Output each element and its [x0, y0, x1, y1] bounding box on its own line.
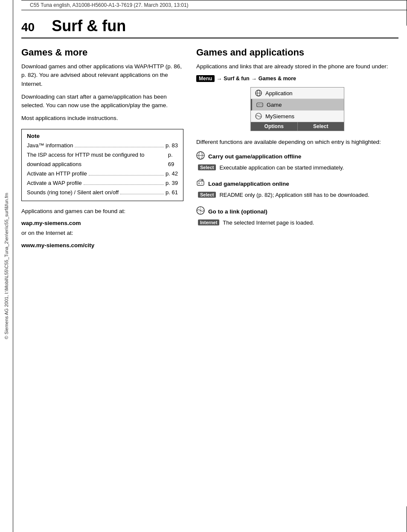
feature-online-header: Load game/application online: [196, 178, 398, 189]
note-label-1: Java™ information: [27, 141, 73, 150]
menu-badge: Menu: [196, 75, 215, 82]
feature-online: Load game/application online Select READ…: [196, 178, 398, 199]
select-button[interactable]: Select: [298, 122, 344, 131]
feature-link-badge: Internet: [198, 219, 219, 225]
or-text: or on the Internet at:: [21, 229, 183, 237]
note-page-4: p. 39: [166, 178, 178, 188]
feature-offline-badge: Select: [198, 164, 216, 170]
note-label-3: Activate an HTTP profile: [27, 169, 87, 178]
page-number: 40: [21, 20, 35, 34]
feature-online-body: Select README only (p. 82); Application …: [198, 191, 398, 199]
apps-text: Applications and games can be found at:: [21, 207, 183, 216]
online-icon: [196, 178, 205, 189]
application-icon: [254, 89, 263, 97]
feature-offline-title: Carry out game/application offline: [208, 153, 301, 160]
note-row-2: The ISP access for HTTP must be configur…: [27, 150, 178, 169]
left-section-heading: Games & more: [21, 47, 183, 58]
note-page-1: p. 83: [166, 141, 178, 150]
feature-link-desc: The selected Internet page is loaded.: [223, 219, 314, 227]
columns: Games & more Download games and other ap…: [21, 47, 398, 248]
phone-ui-row-mysiemens: MySiemens: [251, 111, 344, 122]
left-decorative-line: [13, 0, 21, 532]
link1: wap.my-siemens.com: [21, 220, 183, 226]
svg-rect-11: [197, 181, 204, 185]
offline-icon: [196, 151, 205, 162]
game-icon: [256, 100, 264, 109]
feature-link-body: Internet The selected Internet page is l…: [198, 219, 398, 227]
feature-link: Go to a link (optional) Internet The sel…: [196, 206, 398, 227]
header-text: C55 Tuna english, A31008-H5600-A1-3-7619…: [30, 2, 189, 8]
left-para-1: Download games and other applications vi…: [21, 62, 183, 88]
link-icon: [196, 206, 205, 217]
note-title: Note: [27, 133, 178, 139]
page-wrapper: © Siemens AG 2001, I:\Mobil\L55\C55_Tuna…: [0, 0, 407, 532]
feature-online-desc: README only (p. 82); Application still h…: [219, 191, 369, 199]
note-label-5: Sounds (ring tone) / Silent alert on/off: [27, 188, 119, 197]
feature-offline: Carry out game/application offline Selec…: [196, 151, 398, 172]
menu-item-2: Games & more: [259, 76, 296, 82]
game-label: Game: [267, 102, 282, 108]
svg-rect-3: [257, 103, 263, 107]
feature-offline-header: Carry out game/application offline: [196, 151, 398, 162]
page-title: Surf & fun: [52, 17, 126, 35]
menu-item-1: Surf & fun: [224, 76, 249, 82]
svg-point-6: [261, 105, 262, 105]
phone-ui-buttons: Options Select: [251, 122, 344, 131]
main-content: 40 Surf & fun Games & more Download game…: [21, 17, 398, 523]
phone-ui-row-game: Game: [251, 99, 344, 111]
note-page-2: p. 69: [168, 150, 178, 169]
note-row-3: Activate an HTTP profile p. 42: [27, 169, 178, 178]
feature-offline-body: Select Executable application can be sta…: [198, 164, 398, 172]
right-section-heading: Games and applications: [196, 47, 398, 58]
note-row-4: Activate a WAP profile p. 39: [27, 178, 178, 188]
feature-link-header: Go to a link (optional): [196, 206, 398, 217]
application-label: Application: [265, 90, 293, 96]
mysiemens-icon: [254, 112, 263, 120]
note-label-2: The ISP access for HTTP must be configur…: [27, 150, 166, 169]
feature-link-title: Go to a link (optional): [208, 208, 267, 215]
page-title-row: 40 Surf & fun: [21, 17, 398, 38]
feature-online-badge: Select: [198, 192, 216, 198]
sidebar-text: © Siemens AG 2001, I:\Mobil\L55\C55_Tuna…: [0, 0, 13, 532]
different-text: Different functions are available depend…: [196, 138, 398, 146]
phone-ui-row-application: Application: [251, 88, 344, 99]
phone-ui-mockup: Application Game: [250, 87, 344, 131]
feature-offline-desc: Executable application can be started im…: [219, 164, 344, 172]
note-row-1: Java™ information p. 83: [27, 141, 178, 150]
header-bar: C55 Tuna english, A31008-H5600-A1-3-7619…: [21, 0, 407, 10]
options-button[interactable]: Options: [251, 122, 298, 131]
note-box: Note Java™ information p. 83 The ISP acc…: [21, 129, 183, 202]
right-intro: Applications and links that are already …: [196, 62, 398, 71]
left-para-3: Most applications include instructions.: [21, 114, 183, 123]
left-para-2: Downloading can start after a game/appli…: [21, 93, 183, 110]
feature-online-title: Load game/application online: [208, 181, 289, 187]
svg-point-14: [201, 183, 202, 184]
svg-point-15: [202, 180, 203, 181]
note-row-5: Sounds (ring tone) / Silent alert on/off…: [27, 188, 178, 197]
note-label-4: Activate a WAP profile: [27, 178, 82, 188]
note-page-5: p. 61: [166, 188, 178, 197]
left-column: Games & more Download games and other ap…: [21, 47, 183, 248]
link2: www.my-siemens.com/city: [21, 242, 183, 248]
right-column: Games and applications Applications and …: [196, 47, 398, 248]
menu-path: Menu → Surf & fun → Games & more: [196, 75, 398, 82]
note-page-3: p. 42: [166, 169, 178, 178]
mysiemens-label: MySiemens: [265, 113, 294, 120]
